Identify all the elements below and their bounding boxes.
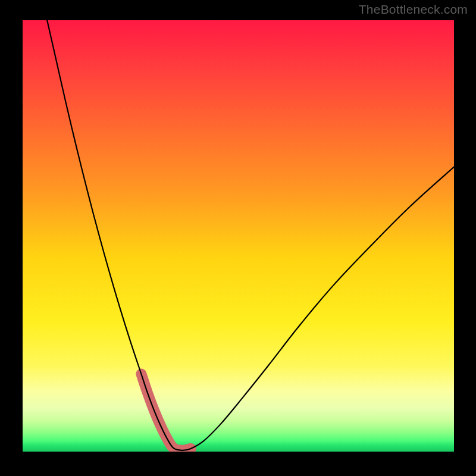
plot-background xyxy=(23,20,454,452)
watermark-text: TheBottleneck.com xyxy=(359,2,468,17)
chart-frame: TheBottleneck.com xyxy=(0,0,476,476)
bottleneck-chart xyxy=(0,0,476,476)
